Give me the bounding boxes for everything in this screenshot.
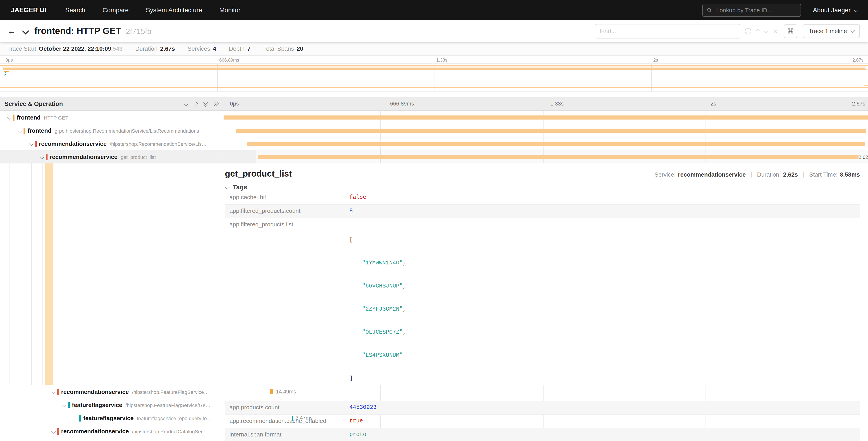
minimap-span-bar [3, 68, 866, 69]
services-meta: Services 4 [188, 45, 216, 52]
minimap-tick: 0μs [5, 58, 13, 62]
minimap-span-bar [3, 71, 9, 72]
app-logo[interactable]: JAEGER UI [11, 6, 46, 13]
nav-item-search[interactable]: Search [65, 6, 85, 13]
span-bar[interactable] [224, 115, 868, 120]
search-icon [707, 7, 712, 13]
minimap-span-bar [4, 75, 6, 76]
span-detail-panel: get_product_list Service:recommendations… [218, 164, 868, 385]
minus-circle-icon[interactable] [745, 28, 751, 34]
close-icon[interactable]: × [773, 28, 777, 34]
span-row-selected[interactable]: recommendationservice get_product_list 2… [0, 150, 868, 164]
trace-view-label: Trace Timeline [808, 28, 847, 34]
tag-row: app.recommendation.cache_enabled true [225, 414, 860, 428]
tag-key: app.cache_hit [225, 191, 346, 204]
service-name: recommendationservice [57, 428, 129, 435]
service-name: frontend [13, 114, 40, 121]
duration-meta: Duration 2.67s [135, 45, 175, 52]
nav-menu: Search Compare System Architecture Monit… [65, 6, 240, 13]
collapse-one-icon[interactable] [184, 102, 188, 106]
depth-meta: Depth 7 [229, 45, 250, 52]
service-operation-label: Service & Operation [4, 100, 184, 107]
column-divider[interactable] [218, 111, 218, 441]
timeline-tick: 666.89ms [390, 100, 414, 107]
indent-guide [31, 164, 32, 385]
trace-collapse-toggle[interactable] [23, 29, 28, 33]
timeline-tick: 0μs [230, 100, 239, 107]
expand-one-icon[interactable] [193, 102, 197, 106]
trace-id-short: 2f715fb [126, 27, 151, 36]
service-name: recommendationservice [46, 154, 118, 160]
span-row[interactable]: recommendationservice /hipstershop.Recom… [0, 137, 868, 150]
chevron-down-icon[interactable] [61, 404, 68, 407]
span-name-cell: frontend grpc.hipstershop.Recommendation… [0, 124, 234, 137]
minimap-span-bar [4, 74, 6, 75]
chevron-down-icon[interactable] [50, 430, 57, 433]
span-bar[interactable] [236, 128, 866, 133]
timeline-minimap: 0μs 666.89ms 1.33s 2s 2.67s [0, 56, 868, 91]
tag-row: app.filtered_products.list [ "1YMWWN1N4O… [225, 218, 860, 401]
span-bar-cell: 2.62s [256, 150, 868, 164]
tag-value: 44530923 [346, 401, 380, 414]
timeline-tick: 1.33s [550, 100, 564, 107]
tag-value: 8 [346, 205, 356, 218]
about-jaeger-menu[interactable]: About Jaeger [813, 6, 857, 13]
indent-guide [42, 164, 42, 385]
minimap-canvas[interactable] [0, 63, 868, 91]
service-name: frontend [24, 127, 51, 134]
trace-view-selector[interactable]: Trace Timeline [803, 24, 860, 38]
span-bar-cell [234, 124, 868, 137]
span-bar[interactable] [258, 155, 859, 159]
minimap-tick: 2s [653, 58, 658, 62]
indent-guide [20, 164, 20, 385]
chevron-up-icon[interactable] [756, 29, 760, 33]
trace-page-header: ← frontend: HTTP GET 2f715fb × ⌘ Trace T… [0, 20, 868, 42]
nav-item-monitor[interactable]: Monitor [219, 6, 240, 13]
service-name: featureflagservice [68, 402, 122, 408]
minimap-span-bar [0, 87, 868, 88]
tag-row: app.filtered_products.count 8 [225, 204, 860, 218]
tag-row: internal.span.format proto [225, 428, 860, 441]
trace-id-input[interactable] [715, 6, 797, 14]
service-name: recommendationservice [35, 141, 106, 147]
minimap-tick: 1.33s [436, 58, 447, 62]
minimap-tick-labels: 0μs 666.89ms 1.33s 2s 2.67s [0, 56, 868, 63]
chevron-down-icon[interactable] [5, 116, 13, 119]
chevron-down-icon[interactable] [50, 390, 57, 393]
span-row[interactable]: frontend HTTP GET [0, 111, 868, 124]
chevron-down-icon[interactable] [38, 155, 46, 158]
keyboard-shortcuts-button[interactable]: ⌘ [784, 24, 797, 38]
about-jaeger-label: About Jaeger [813, 6, 850, 13]
service-meta: Service:recommendationservice [654, 171, 746, 178]
trace-id-lookup[interactable] [702, 3, 801, 17]
collapse-all-icon[interactable] [204, 102, 207, 106]
tag-key: app.filtered_products.count [225, 205, 346, 218]
find-input[interactable] [595, 24, 740, 38]
span-timeline: frontend HTTP GET frontend grpc.hipsters… [0, 111, 868, 441]
minimap-tick: 666.89ms [219, 58, 239, 62]
back-arrow-icon[interactable]: ← [7, 27, 16, 35]
chevron-down-icon [850, 29, 855, 33]
chevron-down-icon[interactable] [28, 142, 35, 145]
minimap-span-bar [3, 69, 867, 70]
chevron-down-icon[interactable] [16, 129, 24, 132]
minimap-span-bar [864, 85, 868, 86]
find-controls: × [745, 28, 777, 34]
tag-row: app.products.count 44530923 [225, 401, 860, 414]
tag-key: app.products.count [225, 401, 346, 414]
span-name-cell: recommendationservice /hipstershop.Recom… [0, 137, 245, 150]
span-row[interactable]: frontend grpc.hipstershop.Recommendation… [0, 124, 868, 137]
indent-guide [9, 164, 9, 385]
tags-section-toggle[interactable]: Tags [225, 183, 860, 190]
expand-all-icon[interactable] [214, 102, 218, 106]
span-bar-cell [223, 111, 868, 124]
top-nav: JAEGER UI Search Compare System Architec… [0, 0, 868, 20]
chevron-down-icon[interactable] [764, 29, 769, 33]
tag-value-list: [ "1YMWWN1N4O", "66VCHSJNUP", "2ZYFJ3GM2… [346, 218, 410, 401]
span-bar[interactable] [247, 142, 865, 146]
span-bar-cell [245, 137, 868, 150]
nav-item-system-architecture[interactable]: System Architecture [146, 6, 202, 13]
tags-section-label: Tags [233, 183, 247, 190]
tag-value: true [346, 415, 367, 428]
nav-item-compare[interactable]: Compare [102, 6, 128, 13]
